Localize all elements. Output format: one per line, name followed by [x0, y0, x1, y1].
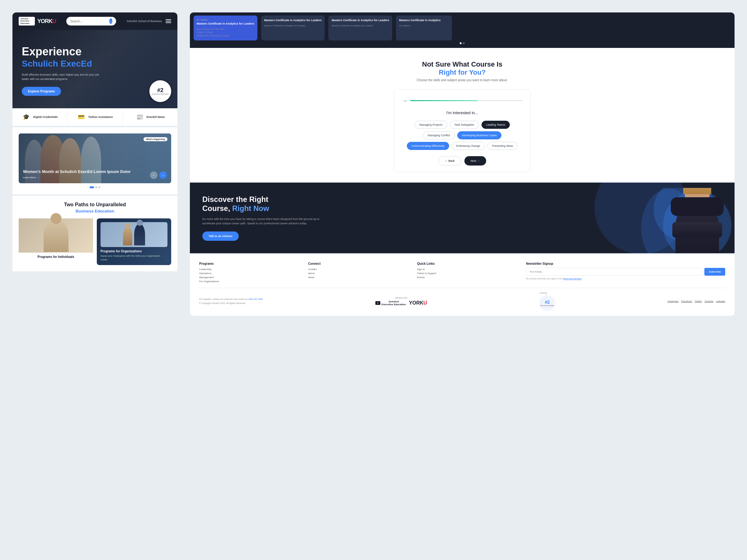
footer-link-tuition-support[interactable]: Tuition & Support: [417, 272, 517, 275]
news-next-button[interactable]: ›: [159, 171, 167, 179]
path-individuals[interactable]: Programs for Individuals: [19, 218, 93, 265]
course-card-2[interactable]: Masters Certificate in Analytics for Lea…: [328, 16, 392, 41]
back-button[interactable]: ← Back: [438, 156, 461, 165]
subscribe-button[interactable]: Subscribe: [704, 268, 725, 276]
quick-link-tuition[interactable]: 💳 Tuition Assistance: [68, 108, 123, 126]
newsletter-email-input[interactable]: [526, 268, 702, 276]
badge-number: #2: [157, 87, 163, 93]
advisor-button[interactable]: Talk to an Advisor: [202, 232, 239, 241]
phone-link[interactable]: 1-800-441-9380: [247, 298, 263, 300]
course-meta-2: Masters Certificate in Analytics for Lea…: [332, 24, 389, 28]
search-box[interactable]: [66, 17, 116, 26]
newsletter-disclaimer: By clicking subscribe you agree to our t…: [526, 277, 725, 280]
finder-title-line2: Right for You?: [439, 69, 486, 76]
footer-columns: Programs Leadership Operations Managemen…: [199, 262, 725, 283]
connect-heading: Connect: [308, 262, 408, 265]
tag-task-delegation[interactable]: Task Delegation: [450, 121, 479, 129]
connect-links: Contact About News: [308, 268, 408, 279]
social-instagram[interactable]: Instagram: [668, 300, 679, 303]
dot-3[interactable]: [98, 186, 100, 188]
footer-link-management[interactable]: Management: [199, 276, 299, 279]
newsletter-form: Subscribe: [526, 268, 725, 276]
scroll-dot-2[interactable]: [463, 42, 465, 44]
tuition-label: Tuition Assistance: [88, 115, 113, 118]
quick-link-credentials[interactable]: 🎓 Digital Credentials: [12, 108, 68, 126]
courses-header: for Leaders Masters Certificate in Analy…: [190, 12, 735, 48]
quick-link-news[interactable]: 📰 ExecEd News: [123, 108, 177, 126]
courses-scroll: for Leaders Masters Certificate in Analy…: [190, 16, 735, 41]
course-meta-0: Next Session: Oct. 3rd, 2022Length: 13 D…: [197, 28, 254, 38]
dot-2[interactable]: [95, 186, 97, 188]
course-name-3: Masters Certificate in Analytics: [399, 19, 449, 22]
path-organizations[interactable]: Programs for Organizations Equip your em…: [97, 218, 171, 265]
school-link[interactable]: Schulich School of Business: [127, 20, 162, 23]
explore-programs-button[interactable]: Explore Programs: [22, 87, 61, 96]
dot-1[interactable]: [89, 186, 94, 188]
social-twitter[interactable]: Twitter: [695, 300, 702, 303]
footer-link-events[interactable]: Events: [417, 276, 517, 279]
tag-presenting-ideas[interactable]: Presenting Ideas: [487, 142, 518, 150]
discover-description: Do more with the time you have by taking…: [202, 217, 320, 226]
badge-text: Executive Education: [152, 93, 169, 95]
news-learn-more[interactable]: Learn More →: [23, 176, 149, 179]
hamburger-menu[interactable]: [165, 19, 171, 23]
quick-links-bar: 🎓 Digital Credentials 💳 Tuition Assistan…: [12, 108, 177, 126]
person-image: [666, 191, 728, 253]
credentials-label: Digital Credentials: [33, 115, 58, 118]
discover-title-line2: Course,: [202, 204, 232, 212]
course-card-3[interactable]: Masters Certificate in Analytics for Lea…: [396, 16, 452, 41]
search-button[interactable]: [109, 18, 112, 24]
scroll-dot-1[interactable]: [460, 42, 462, 44]
footer-link-contact[interactable]: Contact: [308, 268, 408, 271]
credentials-icon: 🎓: [22, 113, 30, 121]
search-input[interactable]: [70, 20, 107, 23]
course-tag-0: for Leaders: [197, 19, 254, 21]
hero-description: Build effective business skills, earn hi…: [22, 73, 103, 81]
discover-title: Discover the Right Course, Right Now: [202, 195, 320, 213]
tag-leading-teams[interactable]: Leading Teams: [482, 121, 510, 129]
schulich-text: SchulichExecutive Education: [382, 300, 406, 306]
finder-actions: ← Back Next →: [402, 156, 523, 165]
course-card-0[interactable]: for Leaders Masters Certificate in Analy…: [194, 16, 257, 41]
progress-arrow-icon: →: [402, 97, 408, 104]
news-arrows: ‹ ›: [150, 171, 167, 179]
ranking-label: Executive Education: [540, 304, 554, 306]
site-footer: Programs Leadership Operations Managemen…: [190, 255, 735, 316]
finder-title: Not Sure What Course Is Right for You?: [199, 60, 725, 77]
social-facebook[interactable]: Facebook: [681, 300, 692, 303]
progress-fill: [410, 100, 478, 101]
hero-badge: #2 Executive Education: [149, 80, 171, 102]
news-section: What's Happening Women's Month at Schuli…: [12, 127, 177, 194]
individuals-label: Programs for Individuals: [19, 252, 93, 260]
tag-managing-conflict[interactable]: Managing Conflict: [423, 131, 455, 139]
footer-left: For inquiries, contact our customer care…: [199, 298, 263, 304]
social-youtube[interactable]: Youtube: [704, 300, 713, 303]
footer-link-organizations[interactable]: For Organizations: [199, 280, 299, 283]
footer-link-signin[interactable]: Sign In: [417, 268, 517, 271]
finder-title-line1: Not Sure What Course Is: [422, 60, 503, 68]
individuals-image: [19, 218, 93, 252]
tag-communicating-effectively[interactable]: Communicating Effectively: [407, 142, 449, 150]
terms-link[interactable]: terms and services: [563, 277, 582, 280]
tag-embracing-change[interactable]: Embracing Change: [452, 142, 485, 150]
discover-person-area: [629, 188, 735, 253]
social-linkedin[interactable]: Linkedin: [716, 300, 725, 303]
schulich-footer-logo: S SchulichExecutive Education: [376, 300, 406, 306]
news-prev-button[interactable]: ‹: [150, 171, 157, 179]
footer-bottom: For inquiries, contact our customer care…: [199, 292, 725, 311]
quicklinks-links: Sign In Tuition & Support Events: [417, 268, 517, 279]
two-paths-section: Two Paths to Unparalleled Business Educa…: [12, 196, 177, 271]
footer-link-operations[interactable]: Operations: [199, 272, 299, 275]
tag-developing-business-cases[interactable]: Developing Business Cases: [457, 131, 501, 139]
discover-section: Discover the Right Course, Right Now Do …: [190, 183, 735, 253]
copyright: © Copyright Schulich 2022. All Rights Re…: [199, 302, 263, 304]
footer-link-leadership[interactable]: Leadership: [199, 268, 299, 271]
ranking-badge: #2 Executive Education: [539, 295, 555, 311]
york-logo: YORKU: [37, 18, 56, 25]
next-button[interactable]: Next →: [464, 156, 486, 165]
footer-link-about[interactable]: About: [308, 272, 408, 275]
course-finder-section: Not Sure What Course Is Right for You? C…: [190, 48, 735, 181]
footer-link-news[interactable]: News: [308, 276, 408, 279]
course-card-1[interactable]: Masters Certificate in Analytics for Lea…: [261, 16, 325, 41]
tag-managing-projects[interactable]: Managing Projects: [415, 121, 447, 129]
